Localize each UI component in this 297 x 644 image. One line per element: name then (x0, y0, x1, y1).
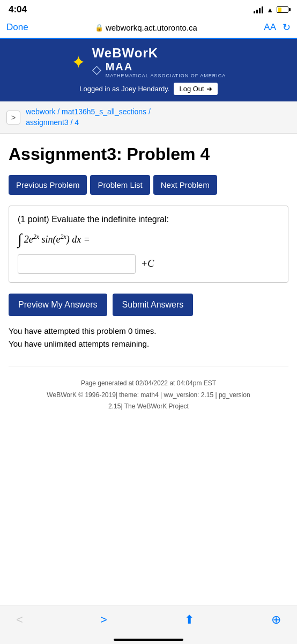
problem-list-button[interactable]: Problem List (90, 175, 150, 195)
status-icons: ▲ (254, 6, 288, 14)
breadcrumb-path: webwork / mat136h5_s_all_sections / assi… (26, 107, 151, 128)
login-text: Logged in as Joey Hendardy. (79, 85, 169, 93)
browser-forward-button[interactable]: > (95, 611, 113, 629)
lock-icon: 🔒 (95, 24, 103, 32)
breadcrumb-sep3: / (70, 118, 72, 127)
title-col: WeBWorK ◇ MAA MATHEMATICAL ASSOCIATION O… (92, 46, 226, 78)
refresh-button[interactable]: ↻ (283, 21, 291, 33)
breadcrumb: > webwork / mat136h5_s_all_sections / as… (0, 101, 297, 134)
maa-diamond-icon: ◇ (92, 63, 101, 77)
address-bar[interactable]: 🔒 webworkq.act.utoronto.ca (35, 23, 258, 32)
share-icon: ⬆ (184, 613, 194, 626)
attempt-info: You have attempted this problem 0 times.… (9, 325, 288, 350)
next-problem-button[interactable]: Next Problem (153, 175, 217, 195)
breadcrumb-course[interactable]: mat136h5_s_all_sections (62, 107, 146, 116)
breadcrumb-expand-button[interactable]: > (6, 111, 20, 125)
problem-instruction: (1 point) Evaluate the indefinite integr… (18, 215, 279, 224)
url-text: webworkq.act.utoronto.ca (106, 23, 197, 32)
maa-col: MAA MATHEMATICAL ASSOCIATION OF AMERICA (106, 61, 226, 78)
action-buttons: Preview My Answers Submit Answers (9, 294, 288, 316)
integral-display: ∫ 2e2x sin(e2x) dx = (18, 232, 279, 247)
compass-icon: ⊕ (271, 613, 281, 626)
browser-bookmarks-button[interactable]: ⊕ (266, 611, 286, 629)
maa-subtitle: MATHEMATICAL ASSOCIATION OF AMERICA (106, 73, 226, 78)
done-button[interactable]: Done (6, 22, 28, 33)
page-footer: Page generated at 02/04/2022 at 04:04pm … (9, 367, 288, 418)
answer-input[interactable] (18, 254, 136, 274)
signal-icon (254, 6, 263, 13)
problem-box: (1 point) Evaluate the indefinite integr… (9, 206, 288, 283)
browser-back-button[interactable]: < (11, 611, 28, 629)
login-row: Logged in as Joey Hendardy. Log Out ➜ (79, 83, 217, 95)
webwork-title: WeBWorK (92, 46, 226, 61)
problem-title: Assignment3: Problem 4 (9, 144, 288, 164)
maa-acronym: MAA (106, 61, 226, 73)
status-time: 4:04 (9, 4, 27, 15)
nav-buttons: Previous Problem Problem List Next Probl… (9, 175, 288, 195)
text-size-button[interactable]: AA (264, 22, 276, 33)
previous-problem-button[interactable]: Previous Problem (9, 175, 87, 195)
breadcrumb-webwork[interactable]: webwork (26, 107, 55, 116)
footer-line3: 2.15| The WeBWorK Project (17, 401, 280, 413)
battery-icon (277, 6, 288, 13)
browser-share-button[interactable]: ⬆ (179, 611, 199, 629)
breadcrumb-sep1: / (57, 107, 60, 116)
plus-c-label: +C (141, 258, 154, 269)
preview-answers-button[interactable]: Preview My Answers (9, 294, 107, 316)
webwork-star-icon: ✦ (71, 52, 86, 72)
breadcrumb-problem[interactable]: 4 (75, 118, 79, 127)
integral-symbol: ∫ (18, 232, 22, 247)
main-content: Assignment3: Problem 4 Previous Problem … (0, 134, 297, 429)
breadcrumb-assignment[interactable]: assignment3 (26, 118, 68, 127)
logout-button[interactable]: Log Out ➜ (174, 83, 217, 95)
attempt-line2: You have unlimited attempts remaining. (9, 338, 288, 350)
footer-line1: Page generated at 02/04/2022 at 04:04pm … (17, 378, 280, 390)
webwork-header: ✦ WeBWorK ◇ MAA MATHEMATICAL ASSOCIATION… (0, 39, 297, 101)
logout-icon: ➜ (206, 85, 212, 93)
browser-bar: Done 🔒 webworkq.act.utoronto.ca AA ↻ (0, 17, 297, 38)
breadcrumb-sep2: / (148, 107, 151, 116)
answer-row: +C (18, 254, 279, 274)
submit-answers-button[interactable]: Submit Answers (113, 294, 194, 316)
home-indicator (114, 639, 183, 641)
integral-expression: 2e2x sin(e2x) dx = (24, 233, 90, 245)
browser-bottom-nav: < > ⬆ ⊕ (0, 605, 297, 644)
maa-row: ◇ MAA MATHEMATICAL ASSOCIATION OF AMERIC… (92, 61, 226, 78)
footer-line2: WeBWorK © 1996-2019| theme: math4 | ww_v… (17, 390, 280, 401)
attempt-line1: You have attempted this problem 0 times. (9, 325, 288, 338)
status-bar: 4:04 ▲ (0, 0, 297, 17)
logo-row: ✦ WeBWorK ◇ MAA MATHEMATICAL ASSOCIATION… (71, 46, 226, 78)
wifi-icon: ▲ (266, 6, 273, 14)
